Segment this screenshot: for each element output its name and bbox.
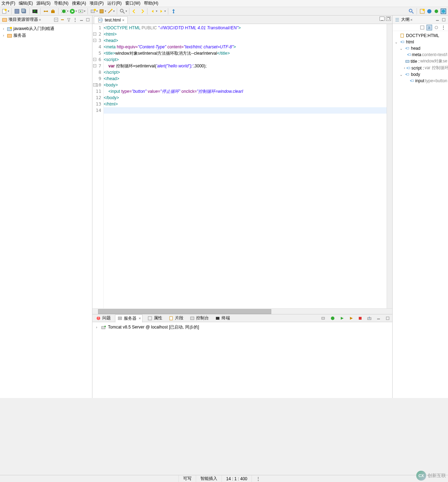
- tab-problems[interactable]: !问题: [94, 314, 112, 322]
- close-icon[interactable]: ×: [410, 18, 412, 22]
- dropdown-icon[interactable]: ▾: [105, 10, 106, 13]
- outline-item[interactable]: DOCTYPE:HTML: [393, 32, 448, 39]
- menu-window[interactable]: 窗口(W): [125, 0, 140, 6]
- sort-icon[interactable]: a: [426, 25, 432, 30]
- minimize-icon[interactable]: [376, 315, 381, 321]
- dropdown-icon[interactable]: ▾: [126, 10, 127, 13]
- new-icon[interactable]: [2, 8, 7, 14]
- svg-rect-36: [118, 319, 122, 320]
- build-icon[interactable]: [50, 8, 56, 14]
- back-icon[interactable]: [150, 8, 156, 14]
- menu-help[interactable]: 帮助(H): [144, 0, 158, 6]
- maximize-icon[interactable]: ❐: [386, 17, 391, 21]
- prev-edit-icon[interactable]: [132, 8, 138, 14]
- dropdown-icon[interactable]: ▾: [96, 10, 98, 13]
- menu-edit[interactable]: 编辑(E): [19, 0, 33, 6]
- minimize-icon[interactable]: [79, 17, 84, 22]
- debug-icon[interactable]: [61, 8, 67, 14]
- svg-text:<>: <>: [400, 40, 404, 44]
- svg-rect-43: [359, 317, 362, 320]
- menu-run[interactable]: 运行(R): [107, 0, 122, 6]
- tab-terminal[interactable]: 终端: [213, 314, 231, 322]
- filter-icon[interactable]: [66, 17, 71, 22]
- server-stop-icon[interactable]: [357, 315, 363, 321]
- svg-rect-56: [406, 60, 409, 62]
- outline-item[interactable]: ›<>script : var 控制循环: [393, 65, 448, 71]
- outline-item[interactable]: <>input type=button: [393, 78, 448, 84]
- link-icon[interactable]: [43, 8, 49, 14]
- outline-item[interactable]: <>meta content=text/l: [393, 52, 448, 58]
- outline-item[interactable]: ⌄<>head: [393, 45, 448, 52]
- dropdown-icon[interactable]: ▾: [75, 10, 77, 13]
- pin-icon[interactable]: [171, 8, 176, 14]
- tree-item[interactable]: › 服务器: [1, 32, 91, 39]
- expand-icon[interactable]: ›: [1, 27, 6, 31]
- outline-item[interactable]: ⌄<>html: [393, 39, 448, 45]
- quick-access-icon[interactable]: [408, 8, 414, 14]
- dropdown-icon[interactable]: ▾: [84, 10, 85, 13]
- perspective-jee-icon[interactable]: [426, 8, 432, 14]
- dropdown-icon[interactable]: ▾: [113, 10, 115, 13]
- next-edit-icon[interactable]: [139, 8, 145, 14]
- search-tool-icon[interactable]: [120, 8, 125, 14]
- collapse-all-icon[interactable]: [54, 17, 59, 22]
- terminal-icon[interactable]: >_: [32, 8, 38, 14]
- outline-item[interactable]: title : window对象se: [393, 58, 448, 65]
- perspective-web-icon[interactable]: [441, 8, 446, 14]
- filter-outline-icon[interactable]: [434, 25, 439, 30]
- menu-project[interactable]: 项目(P): [90, 0, 104, 6]
- link-editor-icon[interactable]: [60, 17, 65, 22]
- server-debug-icon[interactable]: [330, 315, 335, 321]
- close-icon[interactable]: ×: [139, 316, 141, 320]
- forward-icon[interactable]: [158, 8, 164, 14]
- new-server-icon[interactable]: [90, 8, 96, 14]
- save-icon[interactable]: [14, 8, 20, 14]
- svg-rect-45: [386, 317, 389, 320]
- server-start-icon[interactable]: [339, 315, 345, 321]
- server-item[interactable]: › Tomcat v8.5 Server @ localhost [已启动, 同…: [94, 324, 391, 331]
- perspective-open-icon[interactable]: [419, 8, 425, 14]
- maximize-icon[interactable]: [441, 17, 446, 22]
- tab-properties[interactable]: 属性: [145, 314, 164, 322]
- svg-rect-15: [100, 10, 103, 13]
- dropdown-icon[interactable]: ▾: [8, 10, 9, 13]
- outline-item[interactable]: ⌄<>body: [393, 71, 448, 78]
- maximize-icon[interactable]: [85, 17, 90, 22]
- menu-search[interactable]: 搜索(A): [72, 0, 86, 6]
- tab-snippets[interactable]: 片段: [167, 314, 185, 322]
- view-menu-icon[interactable]: ⋮: [73, 17, 78, 22]
- server-publish-icon[interactable]: [367, 315, 372, 321]
- dropdown-icon[interactable]: ▾: [164, 10, 166, 13]
- vertical-scrollbar[interactable]: [387, 24, 392, 308]
- save-all-icon[interactable]: [21, 8, 27, 14]
- maximize-icon[interactable]: [385, 315, 391, 321]
- close-icon[interactable]: ×: [39, 18, 41, 22]
- package-icon[interactable]: [99, 8, 104, 14]
- view-menu-icon[interactable]: ⋮: [441, 25, 446, 30]
- close-icon[interactable]: ×: [122, 18, 124, 22]
- editor-tab[interactable]: <> test.html ×: [94, 16, 128, 24]
- run-last-icon[interactable]: [78, 8, 84, 14]
- dropdown-icon[interactable]: ▾: [67, 10, 68, 13]
- server-new-icon[interactable]: [321, 315, 326, 321]
- menu-source[interactable]: 源码(S): [36, 0, 50, 6]
- menu-nav[interactable]: 导航(N): [54, 0, 68, 6]
- dropdown-icon[interactable]: ▾: [156, 10, 157, 13]
- server-profile-icon[interactable]: [348, 315, 354, 321]
- perspective-debug-icon[interactable]: [434, 8, 439, 14]
- expand-icon[interactable]: ›: [1, 34, 6, 37]
- expand-icon[interactable]: ›: [95, 325, 99, 329]
- project-tree[interactable]: › javaweb从入门到精通 › 服务器: [0, 24, 92, 398]
- collapse-icon[interactable]: [419, 25, 425, 30]
- tab-console[interactable]: 控制台: [188, 314, 210, 322]
- problems-icon: !: [96, 315, 101, 321]
- tab-servers[interactable]: 服务器×: [115, 314, 143, 323]
- menu-file[interactable]: 文件(F): [1, 0, 15, 6]
- minimize-icon[interactable]: _: [380, 17, 385, 21]
- horizontal-scrollbar[interactable]: [92, 308, 392, 314]
- run-icon[interactable]: [69, 8, 75, 14]
- wizard-icon[interactable]: [107, 8, 113, 14]
- minimize-icon[interactable]: [435, 17, 440, 22]
- tree-item[interactable]: › javaweb从入门到精通: [1, 25, 91, 32]
- code-editor[interactable]: 12−3−456−7−8910−11121314 <!DOCTYPE HTML …: [92, 24, 392, 308]
